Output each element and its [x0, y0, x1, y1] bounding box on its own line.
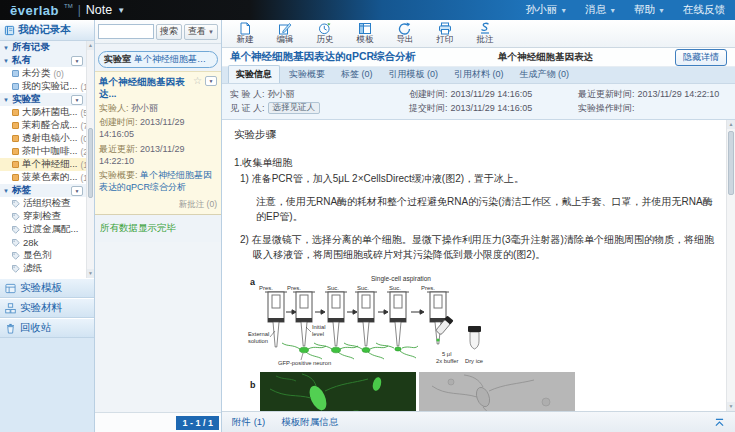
triangle-down-icon: ▼ — [3, 45, 9, 51]
feedback-link[interactable]: 在线反馈 — [683, 3, 725, 17]
chevron-down-icon: ▼ — [609, 7, 616, 14]
submitted-time: 2013/11/29 14:16:05 — [450, 103, 532, 113]
help-menu[interactable]: 帮助▼ — [634, 3, 665, 17]
experiment-content[interactable]: 实验步骤 1.收集单细胞 1) 准备PCR管，加入5μL 2×CellsDire… — [222, 120, 726, 411]
section-menu-button[interactable]: ▼ — [71, 95, 83, 105]
hide-details-button[interactable]: 隐藏详情 — [675, 49, 727, 66]
tab-referenced-templates[interactable]: 引用模板 (0) — [382, 66, 446, 83]
scroll-thumb[interactable] — [88, 128, 93, 198]
view-dropdown-button[interactable]: 查看▼ — [184, 24, 218, 40]
my-notebooks-header[interactable]: 我的记录本 — [0, 20, 94, 41]
updated-time: 2013/11/29 14:22:10 — [637, 89, 719, 99]
document-footer: 附件 (1) 模板附属信息 — [222, 411, 735, 432]
sidebar-item-uncategorized[interactable]: 未分类 (0) — [0, 67, 86, 80]
tab-referenced-materials[interactable]: 引用材料 (0) — [447, 66, 511, 83]
materials-icon — [5, 303, 16, 314]
sidebar-item-lab-5[interactable]: 菠菜色素的... (1) — [0, 171, 86, 184]
notebook-icon — [12, 161, 19, 168]
tab-products[interactable]: 生成产物 (0) — [513, 66, 577, 83]
scroll-thumb[interactable] — [728, 131, 734, 195]
tag-icon — [12, 252, 20, 260]
sidebar-tag-3[interactable]: 28k — [0, 236, 86, 249]
svg-text:Initial: Initial — [312, 324, 326, 330]
sidebar-section-all-records[interactable]: ▼ 所有记录 — [0, 41, 86, 54]
template-button[interactable]: 模板 — [350, 22, 380, 44]
user-menu[interactable]: 孙小丽▼ — [526, 3, 567, 17]
sidebar-item-lab-4-selected[interactable]: 单个神经细... (1) — [0, 158, 86, 171]
notebook-icon — [12, 122, 19, 129]
svg-text:solution: solution — [248, 338, 268, 344]
tab-experiment-info[interactable]: 实验信息 — [228, 65, 280, 83]
section-menu-button[interactable]: ▼ — [71, 56, 83, 66]
document-header: 单个神经细胞基因表达的qPCR综合分析 单个神经细胞基因表达 隐藏详情 — [222, 48, 735, 66]
product-chevron-icon[interactable]: ▼ — [117, 6, 125, 15]
sidebar-item-my-experiments[interactable]: 我的实验记... (1) — [0, 80, 86, 93]
filter-chip[interactable]: 实验室 单个神经细胞基因表达 — [98, 51, 218, 68]
sidebar-scrollbar[interactable]: ▲ ▼ — [86, 41, 94, 278]
sidebar-item-lab-2[interactable]: 透射电镜小... (0) — [0, 132, 86, 145]
card-menu-button[interactable]: ▼ — [205, 76, 217, 86]
history-button[interactable]: 历史 — [310, 22, 340, 44]
experiment-list-panel: 搜索 查看▼ 实验室 单个神经细胞基因表达 单个神经细胞基因表达... ☆ ▼ … — [95, 20, 222, 432]
everlab-logo: ēverlab — [10, 3, 59, 18]
pager[interactable]: 1 - 1 / 1 — [176, 416, 219, 430]
svg-text:Pres.: Pres. — [421, 285, 435, 291]
annotate-button[interactable]: 批注 — [470, 22, 500, 44]
sidebar-tag-2[interactable]: 过渡金属配... — [0, 223, 86, 236]
sidebar-item-materials[interactable]: 实验材料 — [0, 298, 94, 318]
logo-trademark: TM — [64, 3, 73, 9]
svg-text:Suc.: Suc. — [327, 285, 339, 291]
tab-tags[interactable]: 标签 (0) — [334, 66, 380, 83]
star-icon[interactable]: ☆ — [193, 76, 202, 86]
experiment-card[interactable]: 单个神经细胞基因表达... ☆ ▼ 实验人: 孙小丽 创建时间: 2013/11… — [95, 71, 221, 215]
sidebar-item-lab-0[interactable]: 大肠杆菌电... (5) — [0, 106, 86, 119]
svg-text:Pres.: Pres. — [287, 285, 301, 291]
search-input[interactable] — [98, 24, 154, 39]
export-button[interactable]: 导出 — [390, 22, 420, 44]
sidebar-item-recycle-bin[interactable]: 回收站 — [0, 318, 94, 338]
sidebar-tag-0[interactable]: 活组织检查 — [0, 197, 86, 210]
sidebar-tag-5[interactable]: 滤纸 — [0, 262, 86, 275]
messages-menu[interactable]: 消息▼ — [585, 3, 616, 17]
content-scrollbar[interactable]: ▲ ▼ — [726, 120, 735, 411]
sidebar-section-private[interactable]: ▼ 私有 ▼ — [0, 54, 86, 67]
tag-icon — [12, 200, 20, 208]
step-1-note: 注意，使用无RNA酶的耗材和整个过程避免RNA的污染(清洁工作区，戴上手套、口罩… — [256, 194, 716, 224]
chevron-down-icon: ▼ — [208, 29, 214, 35]
notebook-icon — [12, 174, 19, 181]
scroll-up-icon[interactable]: ▲ — [87, 41, 94, 50]
svg-text:5 μl: 5 μl — [442, 351, 451, 357]
sidebar-item-templates[interactable]: 实验模板 — [0, 278, 94, 298]
tab-experiment-summary[interactable]: 实验概要 — [282, 66, 332, 83]
scroll-up-icon[interactable]: ▲ — [727, 120, 735, 129]
sidebar-tag-1[interactable]: 穿刺检查 — [0, 210, 86, 223]
template-info-link[interactable]: 模板附属信息 — [281, 416, 338, 429]
experimenter-value: 孙小丽 — [268, 88, 295, 101]
collapse-footer-icon[interactable] — [714, 418, 725, 427]
sidebar-section-tags[interactable]: ▼ 标签 ▼ — [0, 184, 86, 197]
new-annotations-count[interactable]: 新批注 (0) — [99, 199, 217, 211]
new-button[interactable]: 新建 — [230, 22, 260, 44]
main-panel: 新建 编辑 历史 模板 导出 — [222, 20, 735, 432]
list-footer: 1 - 1 / 1 — [95, 412, 221, 432]
sidebar-item-lab-1[interactable]: 茉莉醛合成... (7) — [0, 119, 86, 132]
experiment-card-title[interactable]: 单个神经细胞基因表达... — [99, 76, 190, 100]
logo-area[interactable]: ēverlab TM | Note ▼ — [10, 3, 125, 18]
search-button[interactable]: 搜索 — [156, 24, 182, 40]
tag-icon — [12, 239, 20, 247]
svg-text:GFP-positive neuron: GFP-positive neuron — [278, 360, 331, 366]
print-button[interactable]: 打印 — [430, 22, 460, 44]
sidebar-tag-4[interactable]: 显色剂 — [0, 249, 86, 262]
svg-text:Pres.: Pres. — [259, 285, 273, 291]
scroll-down-icon[interactable]: ▼ — [727, 402, 735, 411]
edit-button[interactable]: 编辑 — [270, 22, 300, 44]
diagram-title: Single-cell aspiration — [371, 275, 431, 283]
sidebar-section-lab[interactable]: ▼ 实验室 ▼ — [0, 93, 86, 106]
section-menu-button[interactable]: ▼ — [71, 186, 83, 196]
choose-witness-button[interactable]: 选择见证人 — [268, 102, 321, 114]
scroll-down-icon[interactable]: ▼ — [87, 269, 94, 278]
sidebar-item-lab-3[interactable]: 茶叶中咖啡... (2) — [0, 145, 86, 158]
attachments-link[interactable]: 附件 (1) — [232, 416, 265, 429]
step-2: 2) 在显微镜下，选择分离的单个细胞。显微下操作利用压力(3毫升注射器)清除单个… — [240, 232, 716, 262]
search-bar: 搜索 查看▼ — [95, 20, 221, 44]
